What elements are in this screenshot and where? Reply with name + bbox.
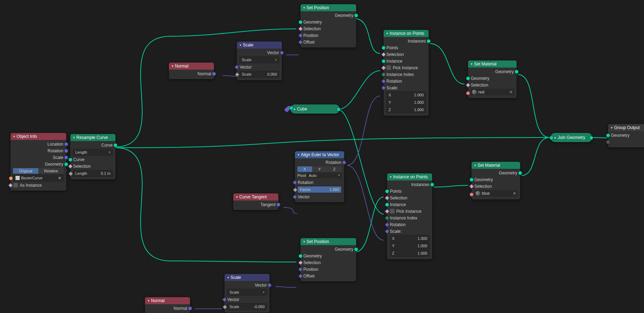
node-title: Join Geometry bbox=[558, 135, 585, 140]
node-header[interactable]: ▾Curve Tangent bbox=[233, 193, 278, 200]
node-normal-1[interactable]: ▾Normal Normal bbox=[169, 63, 214, 79]
node-title: Set Material bbox=[478, 163, 500, 168]
length-field[interactable]: Length0.1 m bbox=[73, 170, 113, 177]
node-header[interactable]: ▾Normal bbox=[169, 63, 214, 70]
mode-toggle[interactable]: OriginalRelative bbox=[13, 168, 64, 174]
node-scale-1[interactable]: ▾Scale Vector Scale Vector Scale0.050 bbox=[237, 41, 282, 80]
node-header[interactable]: ▾Scale bbox=[237, 41, 282, 49]
input-scale: Scale: bbox=[390, 229, 402, 234]
pick-instance-check[interactable]: Pick Instance bbox=[393, 65, 418, 70]
op-select[interactable]: Scale bbox=[227, 289, 267, 296]
output-geometry: Geometry bbox=[495, 69, 514, 74]
scale-x[interactable]: X1.000 bbox=[390, 235, 430, 242]
node-header[interactable]: ▾Normal bbox=[145, 297, 190, 304]
close-icon[interactable]: ✕ bbox=[58, 176, 61, 180]
node-set-material-1[interactable]: ▾Set Material Geometry Geometry Selectio… bbox=[468, 60, 517, 98]
node-header[interactable]: ▾Set Position bbox=[301, 4, 356, 11]
axis-toggle[interactable]: XYZ bbox=[297, 166, 342, 172]
node-set-material-2[interactable]: ▾Set Material Geometry Geometry Selectio… bbox=[472, 162, 520, 199]
node-header[interactable]: ▾Instance on Points bbox=[387, 173, 432, 180]
node-instance-on-points-2[interactable]: ▾Instance on Points Instances Points Sel… bbox=[387, 173, 432, 259]
close-icon[interactable]: ✕ bbox=[513, 191, 516, 196]
input-selection: Selection bbox=[471, 83, 488, 88]
node-scale-2[interactable]: ▾Scale Vector Scale Vector Scale-0.050 bbox=[225, 274, 270, 313]
node-curve-tangent[interactable]: ▾Curve Tangent Tangent bbox=[233, 193, 278, 210]
input-index: Instance Index bbox=[386, 72, 414, 77]
chevron-down-icon: ▾ bbox=[227, 276, 229, 279]
node-title: Instance on Points bbox=[390, 31, 424, 36]
op-select[interactable]: Scale bbox=[239, 56, 279, 63]
chevron-down-icon: ▾ bbox=[172, 64, 173, 68]
chevron-down-icon: ▾ bbox=[298, 153, 299, 156]
node-set-position-1[interactable]: ▾Set Position Geometry Geometry Selectio… bbox=[301, 4, 356, 47]
chevron-down-icon: ▾ bbox=[148, 299, 150, 302]
node-header[interactable]: ▾Scale bbox=[225, 274, 270, 281]
scale-z[interactable]: Z1.000 bbox=[390, 250, 430, 257]
output-location: Location bbox=[48, 142, 63, 147]
mode-select[interactable]: Length bbox=[73, 149, 113, 156]
node-header[interactable]: ▾Set Position bbox=[301, 238, 356, 245]
factor-field[interactable]: Factor1.000 bbox=[297, 186, 342, 193]
scale-field[interactable]: Scale0.050 bbox=[239, 71, 279, 78]
chevron-down-icon: ▾ bbox=[236, 195, 238, 199]
node-title: Object Info bbox=[17, 134, 37, 139]
node-resample-curve[interactable]: ▾Resample Curve Curve Length Curve Selec… bbox=[70, 134, 115, 179]
material-picker[interactable]: red✕ bbox=[471, 89, 514, 95]
pivot-select[interactable]: Auto bbox=[307, 173, 342, 178]
scale-z[interactable]: Z1.000 bbox=[386, 106, 426, 113]
input-geometry: Geometry bbox=[611, 133, 630, 138]
scale-y[interactable]: Y1.000 bbox=[386, 99, 426, 106]
node-object-info[interactable]: ▾Object Info Location Rotation Scale Geo… bbox=[11, 133, 66, 191]
chevron-down-icon: ▾ bbox=[303, 240, 305, 243]
node-cube[interactable]: ▸ Cube bbox=[290, 104, 340, 114]
object-picker[interactable]: BezierCurve✕ bbox=[13, 174, 64, 181]
input-geometry: Geometry bbox=[303, 254, 322, 258]
material-picker[interactable]: blue✕ bbox=[474, 190, 518, 197]
chevron-down-icon: ▾ bbox=[303, 6, 305, 9]
node-join-geometry[interactable]: ▸ Join Geometry bbox=[550, 133, 592, 142]
chevron-down-icon: ▾ bbox=[390, 175, 392, 179]
input-vector: Vector bbox=[298, 194, 310, 199]
node-group-output[interactable]: ▾Group Output Geometry bbox=[608, 124, 644, 147]
input-position: Position bbox=[303, 267, 318, 272]
input-index: Instance Index bbox=[390, 216, 417, 221]
node-header[interactable]: ▾Group Output bbox=[608, 124, 644, 131]
input-selection: Selection bbox=[303, 26, 321, 31]
input-selection: Selection bbox=[474, 184, 492, 189]
input-position: Position bbox=[303, 33, 318, 38]
node-header[interactable]: ▾Set Material bbox=[468, 60, 517, 68]
chevron-down-icon: ▾ bbox=[611, 126, 613, 129]
pivot-label: Pivot bbox=[297, 173, 306, 178]
node-header[interactable]: ▾Set Material bbox=[472, 162, 520, 169]
node-header[interactable]: ▾Align Euler to Vector bbox=[295, 151, 344, 158]
pick-instance-check[interactable]: Pick Instance bbox=[396, 209, 421, 214]
node-header[interactable]: ▾Instance on Points bbox=[384, 30, 429, 37]
node-header[interactable]: ▾Resample Curve bbox=[70, 134, 115, 141]
input-curve: Curve bbox=[73, 157, 84, 162]
input-geometry: Geometry bbox=[471, 76, 490, 81]
close-icon[interactable]: ✕ bbox=[509, 90, 513, 95]
node-set-position-2[interactable]: ▾Set Position Geometry Geometry Selectio… bbox=[301, 238, 356, 281]
output-instances: Instances bbox=[408, 39, 426, 44]
node-header[interactable]: ▾Object Info bbox=[11, 133, 66, 140]
input-geometry: Geometry bbox=[474, 177, 493, 182]
output-vector: Vector bbox=[267, 50, 279, 55]
scale-field[interactable]: Scale-0.050 bbox=[227, 303, 267, 310]
input-geometry: Geometry bbox=[303, 20, 322, 25]
as-instance-check[interactable]: As Instance bbox=[20, 183, 42, 188]
node-title: Align Euler to Vector bbox=[301, 152, 339, 157]
scale-y[interactable]: Y1.000 bbox=[390, 242, 430, 249]
output-normal: Normal bbox=[197, 71, 211, 76]
node-title: Normal bbox=[151, 298, 165, 303]
chevron-right-icon: ▸ bbox=[555, 136, 556, 139]
node-normal-2[interactable]: ▾Normal Normal bbox=[145, 297, 190, 313]
node-align-euler[interactable]: ▾Align Euler to Vector Rotation XYZ Pivo… bbox=[295, 151, 344, 202]
output-geometry: Geometry bbox=[335, 13, 353, 18]
chevron-down-icon: ▾ bbox=[474, 164, 476, 167]
output-vector: Vector bbox=[255, 283, 267, 288]
input-rotation: Rotation bbox=[386, 79, 402, 84]
scale-x[interactable]: X1.000 bbox=[386, 91, 426, 98]
node-instance-on-points-1[interactable]: ▾Instance on Points Instances Points Sel… bbox=[384, 30, 429, 116]
output-normal: Normal bbox=[173, 306, 187, 311]
input-points: Points bbox=[390, 189, 402, 194]
